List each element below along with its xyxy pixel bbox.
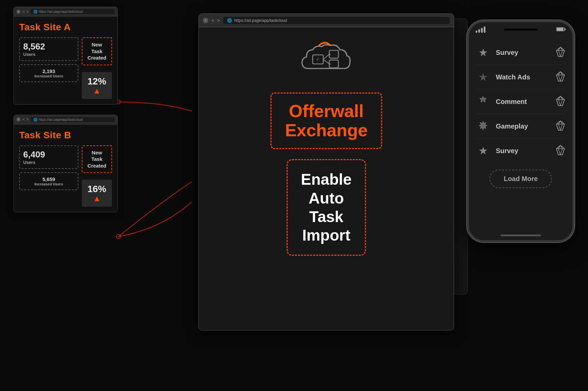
back-btn-a[interactable]: < [23, 9, 25, 14]
svg-line-35 [558, 124, 560, 130]
task-label-watch-ads: Watch Ads [496, 73, 550, 81]
globe-icon-main: 🌐 [227, 18, 232, 23]
percent-value-b: 16% [87, 184, 106, 194]
svg-line-41 [558, 149, 560, 155]
signal-indicator [476, 27, 485, 33]
task-item-comment[interactable]: Comment [469, 90, 573, 114]
diamond-icon-4 [555, 120, 566, 132]
enable-auto-task-box[interactable]: EnableAutoTaskImport [287, 159, 366, 256]
task-item-watch-ads[interactable]: ★ Watch Ads [469, 65, 573, 89]
percent-box-a: 12% ▲ [82, 72, 112, 99]
svg-line-36 [560, 124, 562, 130]
svg-marker-19 [556, 72, 564, 81]
url-bar-a[interactable]: 🌐 https://ad.page/app/taskcloud [31, 9, 115, 14]
signal-bar-1 [476, 31, 477, 33]
task-icon-comment [476, 94, 490, 109]
browser-titlebar-b: ✕ < > 🌐 https://ad.page/app/taskcloud [14, 115, 117, 125]
url-bar-b[interactable]: 🌐 https://ad.page/app/taskcloud [31, 117, 115, 122]
main-close-btn[interactable]: ✕ [203, 18, 208, 23]
star-icon-1: ★ [478, 46, 488, 59]
task-label-survey-1: Survey [496, 49, 550, 57]
close-btn-b[interactable]: ✕ [16, 117, 21, 121]
diamond-icon-2 [555, 71, 566, 83]
stats-row-a: 8,562 Users 2,193 Increased Users New Ta… [19, 37, 112, 99]
phone-speaker [504, 29, 538, 31]
task-site-a-window: ✕ < > 🌐 https://ad.page/app/taskcloud Ta… [13, 7, 118, 105]
nav-btns-b: < > [23, 117, 29, 122]
right-col-a: New Task Created 12% ▲ [82, 37, 112, 99]
arrow-up-a: ▲ [93, 87, 101, 95]
offerwall-title: OfferwallExchange [285, 102, 368, 140]
users-count-box-b: 6,409 Users [19, 145, 78, 169]
url-text-b: https://ad.page/app/taskcloud [39, 118, 83, 121]
task-icon-survey-1: ★ [476, 45, 490, 60]
task-site-b-window: ✕ < > 🌐 https://ad.page/app/taskcloud Ta… [13, 115, 118, 213]
battery-icon [556, 27, 566, 33]
svg-line-17 [558, 50, 560, 57]
forward-btn-b[interactable]: > [26, 117, 29, 122]
new-task-box-a: New Task Created [82, 37, 112, 65]
cloud-icon-container: ✓ [296, 41, 357, 82]
enable-title: EnableAutoTaskImport [301, 170, 352, 245]
svg-line-30 [560, 100, 562, 106]
url-text-a: https://ad.page/app/taskcloud [39, 10, 83, 13]
task-cards-container: ✕ < > 🌐 https://ad.page/app/taskcloud Ta… [13, 7, 118, 212]
svg-rect-12 [564, 29, 566, 30]
phone-task-list: ★ Survey ★ [469, 37, 573, 230]
main-url-text: https://ad.page/app/taskcloud [234, 18, 287, 23]
svg-line-29 [558, 100, 560, 106]
increased-label-a: Increased Users [23, 74, 74, 78]
task-icon-watch-ads: ★ [476, 70, 490, 84]
task-label-comment: Comment [496, 98, 550, 106]
task-site-b-content: Task Site B 6,409 Users 5,659 Increased … [14, 125, 117, 212]
new-task-text-a: New Task Created [86, 41, 108, 61]
task-icon-survey-2: ★ [476, 143, 490, 158]
users-count-box-a: 8,562 Users [19, 37, 78, 61]
stat-users-b: 6,409 Users 5,659 Increased Users [19, 145, 78, 207]
task-label-gameplay: Gameplay [496, 122, 550, 130]
load-more-button[interactable]: Load More [489, 170, 552, 188]
main-titlebar: ✕ < > 🌐 https://ad.page/app/taskcloud [199, 14, 454, 27]
svg-marker-13 [556, 47, 564, 57]
svg-line-42 [560, 149, 562, 155]
task-item-survey-2[interactable]: ★ Survey [469, 139, 573, 163]
back-btn-b[interactable]: < [23, 117, 25, 122]
diamond-icon-1 [555, 46, 566, 59]
main-nav-btns: < > [212, 18, 220, 23]
new-task-text-b: New Task Created [86, 149, 108, 169]
svg-line-6 [323, 54, 329, 59]
task-item-survey-1[interactable]: ★ Survey [469, 40, 573, 65]
home-indicator-bar [501, 235, 541, 236]
svg-line-24 [560, 75, 562, 81]
diamond-icon-5 [555, 145, 566, 157]
star-icon-watch: ★ [478, 71, 488, 83]
users-count-b: 6,409 [23, 149, 74, 160]
svg-line-18 [560, 50, 562, 57]
svg-rect-11 [557, 28, 563, 31]
main-url-bar[interactable]: 🌐 https://ad.page/app/taskcloud [223, 17, 450, 24]
phone-container: ★ Survey ★ [467, 20, 575, 242]
percent-box-b: 16% ▲ [82, 180, 112, 207]
svg-marker-25 [556, 96, 564, 106]
signal-bar-2 [478, 29, 480, 33]
svg-line-7 [323, 60, 329, 64]
new-task-box-b: New Task Created [82, 145, 112, 173]
browser-titlebar-a: ✕ < > 🌐 https://ad.page/app/taskcloud [14, 7, 117, 16]
main-back-btn[interactable]: < [212, 18, 214, 23]
task-site-b-title: Task Site B [19, 130, 112, 141]
signal-bar-4 [484, 27, 485, 33]
close-btn-a[interactable]: ✕ [16, 10, 21, 14]
globe-icon-a: 🌐 [33, 10, 37, 13]
svg-point-1 [116, 235, 120, 239]
arrow-up-b: ▲ [93, 194, 101, 203]
task-label-survey-2: Survey [496, 147, 550, 155]
globe-icon-b: 🌐 [33, 118, 37, 121]
phone-home-indicator [469, 230, 573, 240]
forward-btn-a[interactable]: > [26, 9, 29, 14]
main-forward-btn[interactable]: > [217, 18, 220, 23]
star-icon-2: ★ [478, 144, 488, 157]
users-count-a: 8,562 [23, 41, 74, 52]
increased-box-a: 2,193 Increased Users [19, 64, 78, 82]
svg-text:✓: ✓ [316, 57, 320, 62]
task-item-gameplay[interactable]: Gameplay [469, 114, 573, 138]
